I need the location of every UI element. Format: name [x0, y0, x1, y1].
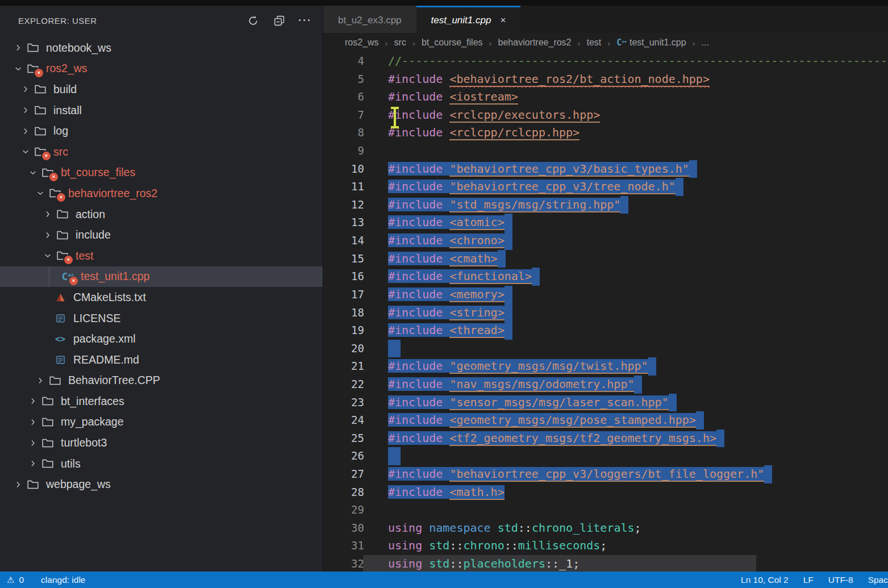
- status-lf[interactable]: LF: [803, 575, 814, 585]
- tree-item-build[interactable]: build: [0, 79, 323, 100]
- tree-item-notebook-ws[interactable]: notebook_ws: [0, 37, 323, 59]
- status-ln-10-col-2[interactable]: Ln 10, Col 2: [741, 575, 789, 585]
- tree-item-package-xml[interactable]: <>package.xml: [0, 328, 323, 349]
- line-number[interactable]: 9: [323, 142, 364, 160]
- line-number[interactable]: 8: [323, 124, 364, 142]
- line-number[interactable]: 4: [323, 52, 364, 70]
- code-line-25[interactable]: 25#include <tf2_geometry_msgs/tf2_geomet…: [323, 429, 888, 448]
- code-line-22[interactable]: 22#include "nav_msgs/msg/odometry.hpp": [323, 376, 888, 394]
- tree-item-log[interactable]: log: [0, 120, 323, 141]
- warning-count[interactable]: 0: [19, 575, 24, 585]
- line-number[interactable]: 20: [323, 340, 364, 358]
- code-line-6[interactable]: 6#include <iostream>: [323, 88, 888, 106]
- breadcrumb-item-bt-course-files[interactable]: bt_course_files: [422, 37, 483, 48]
- status-spac[interactable]: Spac: [868, 575, 888, 585]
- code-line-16[interactable]: 16#include <functional>: [323, 268, 888, 286]
- line-number[interactable]: 6: [323, 88, 364, 106]
- line-number[interactable]: 13: [323, 214, 364, 232]
- tree-item-install[interactable]: install: [0, 100, 323, 121]
- warning-icon[interactable]: ⚠: [7, 575, 14, 585]
- collapse-folders-icon[interactable]: [273, 14, 285, 27]
- code-line-26[interactable]: 26: [323, 447, 888, 465]
- tree-item-test[interactable]: ×test: [0, 245, 323, 266]
- code-line-15[interactable]: 15#include <cmath>: [323, 250, 888, 268]
- code-line-4[interactable]: 4//-------------------------------------…: [323, 52, 888, 70]
- code-line-28[interactable]: 28#include <math.h>: [323, 483, 888, 502]
- code-line-10[interactable]: 10#include "behaviortree_cpp_v3/basic_ty…: [323, 160, 888, 178]
- code-line-17[interactable]: 17#include <memory>: [323, 286, 888, 304]
- line-number[interactable]: 27: [323, 465, 364, 483]
- tree-item-turtlebot3[interactable]: turtlebot3: [0, 432, 323, 453]
- line-number[interactable]: 15: [323, 250, 364, 268]
- code-line-13[interactable]: 13#include <atomic>: [323, 214, 888, 232]
- tree-item-test-unit1-cpp[interactable]: C++×test_unit1.cpp: [0, 266, 323, 287]
- breadcrumb-item-test-unit1-cpp[interactable]: C++test_unit1.cpp: [616, 37, 686, 48]
- line-number[interactable]: 30: [323, 519, 364, 537]
- code-line-18[interactable]: 18#include <string>: [323, 304, 888, 322]
- line-number[interactable]: 12: [323, 196, 364, 214]
- tree-item-bt-course-files[interactable]: ×bt_course_files: [0, 162, 323, 184]
- line-number[interactable]: 21: [323, 357, 364, 376]
- line-number[interactable]: 17: [323, 286, 364, 304]
- code-line-9[interactable]: 9: [323, 142, 888, 160]
- line-number[interactable]: 19: [323, 322, 364, 340]
- code-line-12[interactable]: 12#include "std_msgs/msg/string.hpp": [323, 196, 888, 214]
- tree-item-ros2-ws[interactable]: ×ros2_ws: [0, 59, 323, 80]
- line-number[interactable]: 14: [323, 232, 364, 250]
- breadcrumb-item-behaviortree-ros2[interactable]: behaviortree_ros2: [498, 37, 572, 48]
- tree-item-readme-md[interactable]: README.md: [0, 349, 323, 370]
- line-number[interactable]: 24: [323, 411, 364, 429]
- breadcrumb-item-test[interactable]: test: [587, 37, 602, 48]
- code-line-23[interactable]: 23#include "sensor_msgs/msg/laser_scan.h…: [323, 394, 888, 412]
- line-number[interactable]: 29: [323, 501, 364, 519]
- line-number[interactable]: 7: [323, 106, 364, 124]
- code-line-14[interactable]: 14#include <chrono>: [323, 232, 888, 250]
- tree-item-behaviortree-ros2[interactable]: ×behaviortree_ros2: [0, 183, 323, 204]
- tree-item-webpage-ws[interactable]: webpage_ws: [0, 474, 323, 495]
- line-number[interactable]: 5: [323, 70, 364, 89]
- refresh-icon[interactable]: [247, 14, 259, 27]
- line-number[interactable]: 26: [323, 447, 364, 465]
- breadcrumb-item--[interactable]: ...: [702, 37, 709, 48]
- tree-item-license[interactable]: LICENSE: [0, 308, 323, 329]
- line-number[interactable]: 16: [323, 268, 364, 286]
- line-number[interactable]: 18: [323, 304, 364, 322]
- tree-item-behaviortree-cpp[interactable]: BehaviorTree.CPP: [0, 370, 323, 391]
- tree-item-include[interactable]: include: [0, 224, 323, 245]
- code-line-32[interactable]: 32using std::placeholders::_1;: [323, 555, 888, 572]
- tree-item-cmakelists-txt[interactable]: CMakeLists.txt: [0, 287, 323, 308]
- tree-item-utils[interactable]: utils: [0, 453, 323, 474]
- tree-item-bt-interfaces[interactable]: bt_interfaces: [0, 391, 323, 412]
- code-line-29[interactable]: 29: [323, 501, 888, 519]
- line-number[interactable]: 28: [323, 483, 364, 502]
- code-line-21[interactable]: 21#include "geometry_msgs/msg/twist.hpp": [323, 357, 888, 376]
- line-number[interactable]: 10: [323, 160, 364, 178]
- code-line-30[interactable]: 30using namespace std::chrono_literals;: [323, 519, 888, 537]
- tab-bt-u2-ex3-cpp[interactable]: bt_u2_ex3.cpp: [323, 6, 416, 33]
- close-tab-icon[interactable]: ×: [500, 15, 506, 25]
- line-number[interactable]: 31: [323, 537, 364, 555]
- code-line-31[interactable]: 31using std::chrono::milliseconds;: [323, 537, 888, 555]
- breadcrumb-item-ros2-ws[interactable]: ros2_ws: [345, 37, 379, 48]
- line-number[interactable]: 11: [323, 178, 364, 196]
- code-line-7[interactable]: 7#include <rclcpp/executors.hpp>: [323, 106, 888, 124]
- code-line-24[interactable]: 24#include <geometry_msgs/msg/pose_stamp…: [323, 411, 888, 429]
- breadcrumb-item-src[interactable]: src: [394, 37, 406, 48]
- code-line-19[interactable]: 19#include <thread>: [323, 322, 888, 340]
- code-line-5[interactable]: 5#include <behaviortree_ros2/bt_action_n…: [323, 70, 888, 89]
- tree-item-action[interactable]: action: [0, 204, 323, 225]
- tree-item-src[interactable]: ×src: [0, 141, 323, 162]
- status-utf-8[interactable]: UTF-8: [828, 575, 853, 585]
- code-line-8[interactable]: 8#include <rclcpp/rclcpp.hpp>: [323, 124, 888, 142]
- tree-item-my-package[interactable]: my_package: [0, 412, 323, 433]
- more-actions-icon[interactable]: ···: [299, 14, 311, 27]
- code-line-27[interactable]: 27#include "behaviortree_cpp_v3/loggers/…: [323, 465, 888, 483]
- line-number[interactable]: 23: [323, 394, 364, 412]
- clangd-status[interactable]: clangd: idle: [41, 575, 85, 585]
- code-line-20[interactable]: 20: [323, 340, 888, 358]
- line-number[interactable]: 32: [323, 555, 364, 572]
- line-number[interactable]: 25: [323, 429, 364, 448]
- code-line-11[interactable]: 11#include "behaviortree_cpp_v3/tree_nod…: [323, 178, 888, 196]
- line-number[interactable]: 22: [323, 376, 364, 394]
- editor-pane[interactable]: 4//-------------------------------------…: [323, 52, 888, 572]
